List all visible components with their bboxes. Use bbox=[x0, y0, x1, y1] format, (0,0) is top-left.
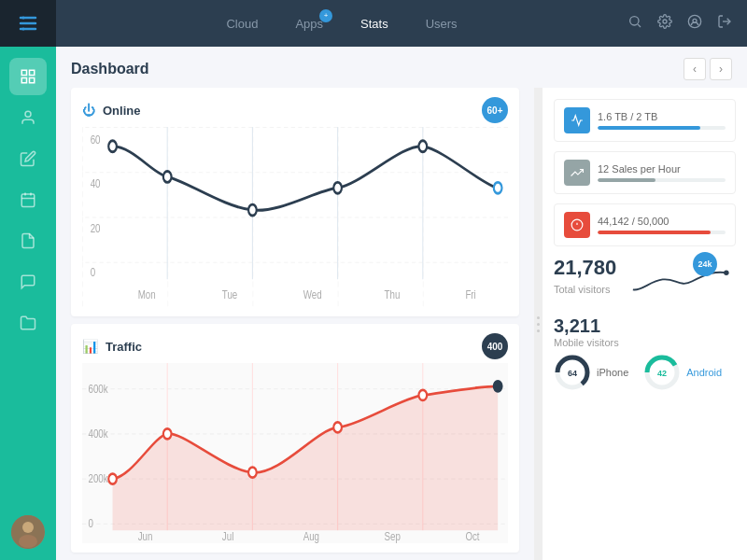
iphone-stat: 64 iPhone bbox=[554, 354, 628, 391]
prev-arrow[interactable]: ‹ bbox=[684, 58, 706, 80]
logo[interactable] bbox=[0, 0, 56, 47]
iphone-label: iPhone bbox=[597, 367, 628, 378]
storage-label: 1.6 TB / 2 TB bbox=[598, 111, 726, 122]
mobile-devices-row: 64 iPhone 42 Android bbox=[554, 354, 736, 391]
svg-point-34 bbox=[248, 204, 257, 216]
svg-text:Jun: Jun bbox=[138, 530, 153, 542]
topbar: Cloud Apps + Stats Users bbox=[0, 0, 747, 47]
svg-text:Oct: Oct bbox=[465, 530, 480, 542]
profile-icon[interactable] bbox=[687, 14, 702, 33]
svg-point-56 bbox=[108, 474, 117, 484]
storage-bar bbox=[598, 126, 726, 130]
svg-point-59 bbox=[333, 422, 342, 432]
svg-rect-9 bbox=[21, 78, 26, 83]
svg-text:0: 0 bbox=[89, 517, 93, 529]
svg-point-1 bbox=[22, 28, 25, 31]
iphone-donut: 64 bbox=[554, 354, 591, 391]
settings-icon[interactable] bbox=[657, 14, 672, 33]
svg-rect-6 bbox=[21, 70, 26, 75]
svg-point-35 bbox=[333, 182, 342, 193]
svg-text:Thu: Thu bbox=[385, 287, 401, 301]
sidebar-item-dashboard[interactable] bbox=[9, 58, 47, 95]
topbar-actions bbox=[627, 14, 747, 33]
page-title: Dashboard bbox=[71, 61, 149, 77]
nav-apps[interactable]: Apps + bbox=[295, 12, 323, 35]
sidebar-item-users[interactable] bbox=[9, 99, 47, 136]
svg-rect-11 bbox=[21, 194, 35, 207]
svg-text:600k: 600k bbox=[89, 383, 109, 395]
traffic-icon: 📊 bbox=[82, 339, 98, 354]
svg-point-58 bbox=[248, 468, 257, 478]
svg-rect-8 bbox=[30, 78, 35, 83]
online-chart-card: ⏻ Online 60+ bbox=[71, 88, 519, 316]
sales-stat-row: 12 Sales per Hour bbox=[564, 160, 726, 186]
storage-bar-fill bbox=[598, 126, 700, 130]
topbar-nav: Cloud Apps + Stats Users bbox=[56, 12, 627, 35]
android-donut: 42 bbox=[643, 354, 681, 391]
svg-rect-7 bbox=[30, 70, 35, 75]
storage-icon bbox=[564, 107, 590, 133]
logout-icon[interactable] bbox=[717, 14, 732, 33]
svg-point-36 bbox=[418, 141, 427, 152]
svg-point-32 bbox=[108, 141, 117, 152]
sidebar-item-edit[interactable] bbox=[9, 140, 47, 177]
svg-text:64: 64 bbox=[568, 369, 577, 378]
mobile-label: Mobile visitors bbox=[554, 337, 736, 348]
svg-text:Fri: Fri bbox=[465, 287, 475, 301]
svg-point-61 bbox=[494, 381, 502, 391]
sidebar-item-messages[interactable] bbox=[9, 263, 47, 301]
svg-text:200k: 200k bbox=[89, 472, 109, 484]
svg-text:Sep: Sep bbox=[385, 530, 401, 542]
online-chart-container: 60 40 20 0 Mon Tue Wed Thu Fri bbox=[82, 127, 508, 307]
sales-label: 12 Sales per Hour bbox=[598, 163, 726, 175]
sidebar-item-calendar[interactable] bbox=[9, 181, 47, 218]
main-layout: Dashboard ‹ › ⏻ Online 60+ bbox=[0, 47, 747, 560]
svg-text:0: 0 bbox=[91, 265, 96, 279]
visitors-number: 21,780 bbox=[554, 256, 616, 280]
sales-stat-card: 12 Sales per Hour bbox=[554, 151, 736, 194]
quota-label: 44,142 / 50,000 bbox=[598, 216, 726, 227]
next-arrow[interactable]: › bbox=[710, 58, 732, 80]
sidebar-item-documents[interactable] bbox=[9, 222, 47, 259]
svg-text:42: 42 bbox=[657, 369, 667, 378]
svg-point-16 bbox=[22, 522, 34, 533]
svg-point-33 bbox=[163, 172, 172, 183]
svg-point-17 bbox=[19, 535, 37, 548]
nav-arrows: ‹ › bbox=[684, 58, 732, 80]
quota-stat-row: 44,142 / 50,000 bbox=[564, 212, 726, 238]
apps-badge: + bbox=[319, 9, 332, 22]
svg-point-65 bbox=[724, 270, 728, 274]
traffic-chart-title: Traffic bbox=[106, 340, 142, 354]
visitors-section: 21,780 Total visitors 24k bbox=[554, 256, 736, 306]
traffic-badge: 400 bbox=[482, 333, 508, 359]
visitors-main: 21,780 Total visitors 24k bbox=[554, 256, 736, 306]
avatar[interactable] bbox=[11, 515, 45, 549]
traffic-chart-container: 600k 400k 200k 0 Jun Jul Aug Sep Oct bbox=[82, 363, 508, 543]
svg-point-37 bbox=[494, 182, 502, 193]
nav-stats[interactable]: Stats bbox=[360, 12, 388, 35]
android-label: Android bbox=[686, 367, 722, 378]
stats-panel: 1.6 TB / 2 TB 12 Sales bbox=[542, 88, 747, 560]
online-chart-title: Online bbox=[103, 104, 140, 118]
content-area: Dashboard ‹ › ⏻ Online 60+ bbox=[56, 47, 747, 560]
sales-icon bbox=[564, 160, 590, 186]
charts-left: ⏻ Online 60+ bbox=[56, 88, 534, 560]
storage-stat-row: 1.6 TB / 2 TB bbox=[564, 107, 726, 133]
mobile-header: 3,211 Mobile visitors bbox=[554, 315, 736, 348]
storage-stat-card: 1.6 TB / 2 TB bbox=[554, 99, 736, 142]
storage-info: 1.6 TB / 2 TB bbox=[598, 111, 726, 130]
peak-badge: 24k bbox=[693, 252, 717, 276]
mobile-number: 3,211 bbox=[554, 315, 736, 337]
sidebar-item-folders[interactable] bbox=[9, 304, 47, 342]
dashboard-header: Dashboard ‹ › bbox=[56, 47, 747, 88]
online-chart-header: ⏻ Online 60+ bbox=[82, 97, 508, 123]
mobile-section: 3,211 Mobile visitors 64 iPhone bbox=[554, 315, 736, 391]
search-icon[interactable] bbox=[627, 14, 642, 33]
svg-text:Tue: Tue bbox=[222, 287, 237, 301]
nav-cloud[interactable]: Cloud bbox=[226, 12, 258, 35]
svg-point-60 bbox=[418, 390, 427, 400]
chart-divider bbox=[534, 88, 542, 560]
nav-users[interactable]: Users bbox=[426, 12, 458, 35]
sales-info: 12 Sales per Hour bbox=[598, 163, 726, 182]
svg-point-10 bbox=[25, 111, 31, 117]
